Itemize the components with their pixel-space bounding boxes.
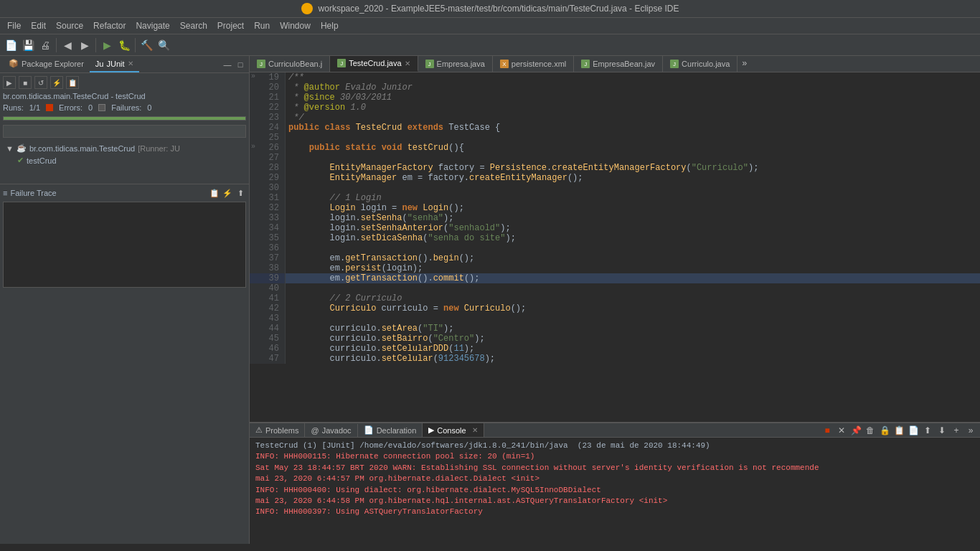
debug-button[interactable]: 🐛 [116,37,132,53]
errors-label: Errors: [59,103,83,112]
menu-edit[interactable]: Edit [27,19,50,32]
console-arrow-up-btn[interactable]: ⬆ [921,424,934,437]
line-number-30: 30 [250,183,286,193]
failures-label: Failures: [111,103,141,112]
line-content-36 [286,243,980,253]
console-scroll-lock-btn[interactable]: 🔒 [878,424,891,437]
print-button[interactable]: 🖨 [37,37,53,53]
menu-window[interactable]: Window [275,19,315,32]
line-content-19: /** [286,72,980,83]
tab-empresa[interactable]: J Empresa.java [418,56,493,72]
persistence-label: persistence.xml [512,60,566,68]
failures-value: 0 [147,103,151,112]
declaration-icon: 📄 [364,425,374,435]
teste-crud-close[interactable]: ✕ [405,60,410,67]
console-close-icon[interactable]: ✕ [472,426,478,434]
junit-tree-root[interactable]: ▼ ☕ br.com.tidicas.main.TesteCrud [Runne… [3,142,246,154]
junit-hist-btn[interactable]: 📋 [66,76,79,89]
code-content: »19 /** 20 * @author Evaldo Junior 21 * … [250,72,980,364]
tab-empresa-bean[interactable]: J EmpresaBean.jav [574,56,663,72]
menu-search[interactable]: Search [176,19,212,32]
code-line-21: 21 * @since 30/03/2011 [250,93,980,103]
menu-help[interactable]: Help [316,19,343,32]
forward-button[interactable]: ▶ [77,37,93,53]
tab-junit[interactable]: Ju JUnit ✕ [90,57,139,72]
failure-filter-btn[interactable]: ⚡ [222,187,233,199]
code-line-46: 46 curriculo.setCelularDDD(11); [250,344,980,354]
problems-icon: ⚠ [255,425,263,435]
tab-overflow[interactable]: » [738,56,751,72]
console-copy-btn[interactable]: 📋 [892,424,905,437]
code-line-40: 40 [250,283,980,293]
run-button[interactable]: ▶ [99,37,115,53]
console-arrow-down-btn[interactable]: ⬇ [936,424,948,437]
menu-source[interactable]: Source [52,19,88,32]
console-clear-btn[interactable]: 🗑 [864,424,877,437]
line-number-39: 39 [250,273,286,283]
menu-navigate[interactable]: Navigate [131,19,174,32]
failure-copy-btn[interactable]: 📋 [209,187,220,199]
line-content-35: login.setDicaSenha("senha do site"); [286,233,980,243]
curriculo-bean-label: CurriculoBean.j [268,60,322,68]
javadoc-icon: @ [311,426,319,435]
console-new-btn[interactable]: + [950,424,963,437]
console-content: TesteCrud (1) [JUnit] /home/evaldo/softw… [250,438,980,544]
line-number-40: 40 [250,283,286,293]
save-button[interactable]: 💾 [20,37,36,53]
junit-search[interactable] [3,125,246,138]
tab-console[interactable]: ▶ Console ✕ [423,423,484,437]
new-button[interactable]: 📄 [3,37,19,53]
tab-curriculo[interactable]: J Curriculo.java [663,56,738,72]
console-icon: ▶ [428,425,434,435]
junit-close-icon[interactable]: ✕ [128,60,133,67]
tab-problems[interactable]: ⚠ Problems [250,423,305,437]
junit-tree-child[interactable]: ✔ testCrud [3,154,246,166]
failure-actions: 📋 ⚡ ⬆ [209,187,246,199]
tab-persistence[interactable]: X persistence.xml [493,56,574,72]
menu-file[interactable]: File [3,19,25,32]
line-number-38: 38 [250,263,286,273]
code-editor[interactable]: »19 /** 20 * @author Evaldo Junior 21 * … [250,72,980,422]
persistence-icon: X [500,60,509,68]
console-stop-btn[interactable]: ■ [821,424,834,437]
console-pin-btn[interactable]: 📌 [849,424,862,437]
toolbar-sep-3 [135,38,136,52]
failures-box [98,104,105,111]
junit-stop-btn[interactable]: ■ [19,76,32,89]
tab-javadoc[interactable]: @ Javadoc [305,424,357,437]
junit-filter-btn[interactable]: ⚡ [50,76,63,89]
tab-package-explorer[interactable]: 📦 Package Explorer [3,56,90,72]
junit-run-btn[interactable]: ▶ [3,76,16,89]
line-content-27 [286,153,980,163]
line-number-23: 23 [250,113,286,123]
curriculo-icon: J [670,60,679,68]
junit-rerun-btn[interactable]: ↺ [34,76,47,89]
search-button[interactable]: 🔍 [156,37,171,53]
maximize-panel-button[interactable]: □ [235,59,246,70]
line-number-35: 35 [250,233,286,243]
back-button[interactable]: ◀ [60,37,75,53]
toolbar: 📄 💾 🖨 ◀ ▶ ▶ 🐛 🔨 🔍 [0,34,980,56]
menu-project[interactable]: Project [213,19,248,32]
tab-teste-crud[interactable]: J TesteCrud.java ✕ [330,56,418,72]
curriculo-label: Curriculo.java [682,60,730,68]
line-number-21: 21 [250,93,286,103]
menu-refactor[interactable]: Refactor [89,19,130,32]
line-content-29: EntityManager em = factory.createEntityM… [286,173,980,183]
line-content-20: * @author Evaldo Junior [286,83,980,93]
code-line-30: 30 [250,183,980,193]
errors-value: 0 [88,103,93,112]
tab-curriculo-bean[interactable]: J CurriculoBean.j [250,56,330,72]
console-close-btn[interactable]: ✕ [835,424,848,437]
tab-declaration[interactable]: 📄 Declaration [358,423,423,437]
console-paste-btn[interactable]: 📄 [907,424,920,437]
code-line-43: 43 [250,314,980,324]
build-button[interactable]: 🔨 [138,37,154,53]
line-number-24: 24 [250,123,286,133]
code-line-22: 22 * @version 1.0 [250,103,980,113]
line-content-26: public static void testCrud(){ [286,143,980,153]
failure-expand-btn[interactable]: ⬆ [235,187,246,199]
minimize-panel-button[interactable]: — [222,59,233,70]
menu-run[interactable]: Run [250,19,274,32]
console-overflow-btn[interactable]: » [964,424,977,437]
